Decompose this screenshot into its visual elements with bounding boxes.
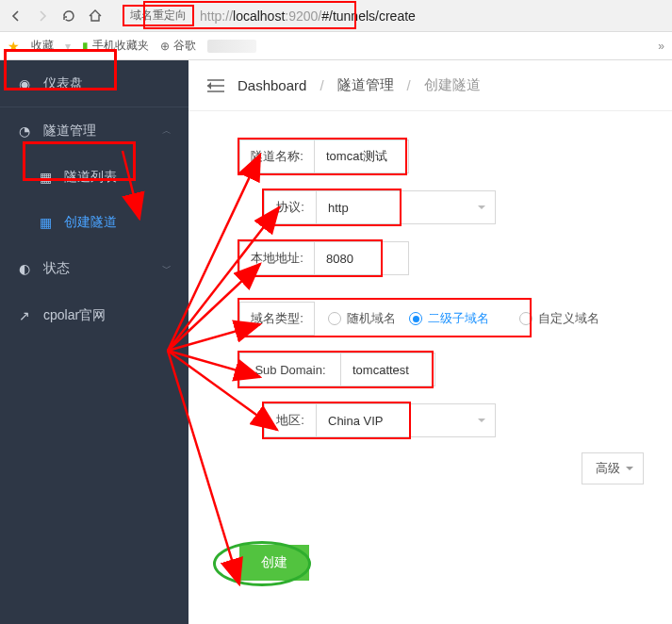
phone-icon: ▮ bbox=[82, 40, 89, 53]
chevron-up-icon: ︿ bbox=[162, 124, 172, 138]
breadcrumb: Dashboard / 隧道管理 / 创建隧道 bbox=[188, 60, 672, 111]
sidebar-item-tunnels[interactable]: ◔ 隧道管理 ︿ bbox=[0, 107, 188, 155]
input-subdomain[interactable]: tomcattest bbox=[341, 353, 435, 386]
tunnels-icon: ◔ bbox=[17, 123, 32, 139]
radio-dot-icon bbox=[519, 312, 533, 325]
star-icon: ★ bbox=[8, 39, 20, 54]
bookmark-mobile[interactable]: ▮ 手机收藏夹 bbox=[82, 38, 149, 54]
label-protocol: 协议: bbox=[264, 190, 317, 224]
label-region: 地区: bbox=[264, 403, 317, 437]
external-link-icon: ↗ bbox=[17, 308, 32, 323]
chevron-down-icon: ﹀ bbox=[162, 262, 172, 275]
label-subdomain: Sub Domain: bbox=[239, 353, 341, 386]
sidebar-label: 仪表盘 bbox=[43, 75, 83, 92]
back-button[interactable] bbox=[8, 8, 25, 25]
row-domain-type: 域名类型: 随机域名 二级子域名 自定义域名 bbox=[239, 302, 653, 336]
sidebar-label: cpolar官网 bbox=[43, 307, 106, 324]
sidebar-label: 隧道列表 bbox=[64, 169, 117, 186]
radio-custom-domain[interactable]: 自定义域名 bbox=[519, 310, 599, 327]
browser-nav-bar: 域名重定向 http://localhost:9200/#/tunnels/cr… bbox=[0, 0, 672, 32]
sidebar-label: 状态 bbox=[43, 260, 70, 277]
row-protocol: 协议: http bbox=[264, 190, 653, 224]
bookmark-google[interactable]: ⊕ 谷歌 bbox=[160, 38, 196, 54]
row-subdomain: Sub Domain: tomcattest bbox=[239, 353, 653, 386]
row-region: 地区: China VIP bbox=[264, 403, 653, 437]
breadcrumb-mid[interactable]: 隧道管理 bbox=[337, 76, 394, 94]
breadcrumb-last: 创建隧道 bbox=[424, 76, 481, 94]
form-area: 隧道名称: tomcat测试 协议: http 本地地址: 8080 域名类型: bbox=[188, 111, 672, 581]
sidebar-label: 创建隧道 bbox=[64, 214, 117, 231]
select-protocol[interactable]: http bbox=[317, 190, 496, 224]
sidebar-item-cpolar-site[interactable]: ↗ cpolar官网 bbox=[0, 292, 188, 339]
globe-icon: ⊕ bbox=[160, 40, 170, 53]
redirect-tag: 域名重定向 bbox=[123, 5, 194, 26]
dashboard-icon: ◉ bbox=[17, 76, 32, 91]
sidebar-item-dashboard[interactable]: ◉ 仪表盘 bbox=[0, 60, 188, 107]
advanced-button[interactable]: 高级 bbox=[582, 452, 644, 484]
radio-subdomain[interactable]: 二级子域名 bbox=[409, 310, 489, 327]
address-bar[interactable]: 域名重定向 http://localhost:9200/#/tunnels/cr… bbox=[117, 4, 664, 28]
label-tunnel-name: 隧道名称: bbox=[239, 140, 315, 173]
label-domain-type: 域名类型: bbox=[239, 302, 315, 336]
forward-button[interactable] bbox=[34, 8, 51, 25]
breadcrumb-dashboard[interactable]: Dashboard bbox=[238, 77, 306, 93]
menu-toggle-icon[interactable] bbox=[207, 79, 224, 92]
select-region[interactable]: China VIP bbox=[317, 403, 496, 437]
url-text: http://localhost:9200/#/tunnels/create bbox=[200, 8, 416, 24]
sidebar: ◉ 仪表盘 ◔ 隧道管理 ︿ ▦ 隧道列表 ▦ 创建隧道 ◐ 状态 ﹀ ↗ cp… bbox=[0, 60, 188, 624]
create-icon: ▦ bbox=[38, 215, 53, 230]
home-button[interactable] bbox=[87, 8, 104, 25]
reload-button[interactable] bbox=[60, 8, 77, 25]
input-tunnel-name[interactable]: tomcat测试 bbox=[315, 140, 409, 173]
bookmark-overflow-icon[interactable]: » bbox=[658, 40, 664, 53]
create-button[interactable]: 创建 bbox=[239, 545, 309, 581]
radio-random-domain[interactable]: 随机域名 bbox=[328, 310, 396, 327]
row-local-addr: 本地地址: 8080 bbox=[239, 241, 653, 275]
row-tunnel-name: 隧道名称: tomcat测试 bbox=[239, 140, 653, 173]
sidebar-item-status[interactable]: ◐ 状态 ﹀ bbox=[0, 245, 188, 292]
favorites-label[interactable]: 收藏 bbox=[31, 38, 54, 54]
sidebar-item-tunnel-list[interactable]: ▦ 隧道列表 bbox=[0, 155, 188, 200]
label-local-addr: 本地地址: bbox=[239, 241, 315, 275]
chevron-down-icon bbox=[626, 467, 633, 474]
radio-dot-icon bbox=[409, 312, 422, 325]
list-icon: ▦ bbox=[38, 170, 53, 185]
sidebar-label: 隧道管理 bbox=[43, 123, 96, 140]
sidebar-item-create-tunnel[interactable]: ▦ 创建隧道 bbox=[0, 200, 188, 245]
content-area: Dashboard / 隧道管理 / 创建隧道 隧道名称: tomcat测试 协… bbox=[188, 60, 672, 624]
radio-dot-icon bbox=[328, 312, 341, 325]
input-local-addr[interactable]: 8080 bbox=[315, 241, 409, 275]
status-icon: ◐ bbox=[17, 261, 32, 276]
bookmark-blurred bbox=[207, 40, 256, 53]
bookmark-bar: ★ 收藏 ▾ ▮ 手机收藏夹 ⊕ 谷歌 » bbox=[0, 32, 672, 60]
